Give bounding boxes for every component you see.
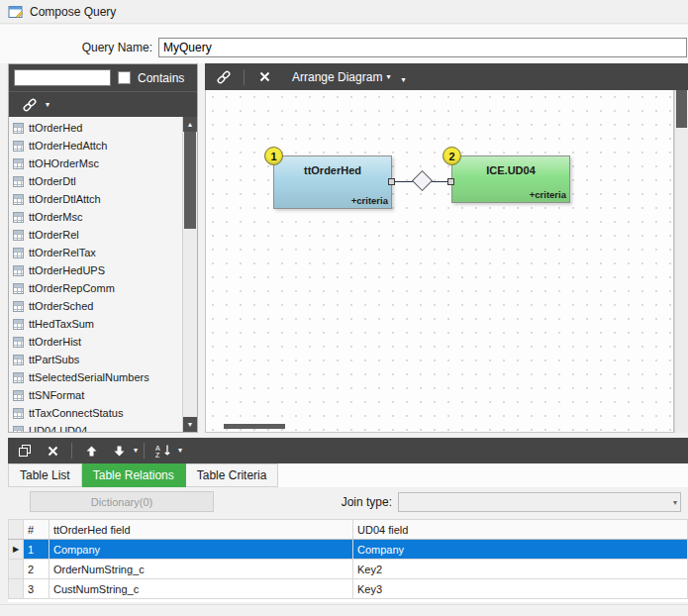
arrow-down-icon <box>113 445 126 458</box>
toolbar-separator <box>244 69 245 85</box>
delete-button[interactable] <box>251 66 277 88</box>
row-number-cell: 3 <box>24 579 49 599</box>
table-list-item[interactable]: ttOrderHed <box>9 119 182 137</box>
arrange-diagram-dropdown[interactable]: Arrange Diagram ▾ <box>292 70 390 84</box>
table-list-item[interactable]: ttOHOrderMsc <box>9 154 182 172</box>
table-name: ttOrderRelTax <box>29 247 96 258</box>
sort-menu-chevron[interactable]: ▾ <box>178 447 182 455</box>
column-header-num[interactable]: # <box>24 520 49 540</box>
chevron-down-icon[interactable]: ▾ <box>46 101 49 109</box>
table-name: ttTaxConnectStatus <box>29 407 123 419</box>
criteria-link[interactable]: +criteria <box>530 189 566 200</box>
query-name-input[interactable] <box>158 38 687 57</box>
table-list-item[interactable]: ttOrderDtlAttch <box>9 190 182 208</box>
toolbar-separator <box>71 443 72 459</box>
relation-row[interactable]: 2OrderNumString_cKey2 <box>9 560 688 579</box>
scroll-up-button[interactable]: ▲ <box>183 117 197 132</box>
diagram-canvas[interactable]: 1 ttOrderHed +criteria 2 ICE.UD04 +crite… <box>205 90 674 433</box>
tab-table-criteria[interactable]: Table Criteria <box>186 463 279 487</box>
table-list-item[interactable]: ttSNFormat <box>9 386 182 404</box>
link-icon <box>216 69 232 85</box>
tab-table-list[interactable]: Table List <box>8 463 82 487</box>
move-up-button[interactable] <box>78 440 104 462</box>
row-selector-cell[interactable] <box>9 560 24 579</box>
table-list-item[interactable]: ttOrderRelTax <box>9 244 182 261</box>
table-grid-icon <box>13 426 24 433</box>
delete-row-button[interactable] <box>40 440 65 462</box>
chevron-down-icon: ▾ <box>386 73 390 81</box>
table-list-item[interactable]: ttSelectedSerialNumbers <box>9 368 182 386</box>
criteria-link[interactable]: +criteria <box>351 195 388 206</box>
table-grid-icon <box>13 123 24 134</box>
table-grid-icon <box>13 212 24 223</box>
link-tables-button[interactable] <box>211 66 237 88</box>
connector-anchor[interactable] <box>388 178 395 185</box>
table-grid-icon <box>13 141 24 152</box>
column-header-ttorderhed-field[interactable]: ttOrderHed field <box>49 520 353 540</box>
table-list-item[interactable]: ttHedTaxSum <box>9 315 182 333</box>
table-list-item[interactable]: ttPartSubs <box>9 351 182 368</box>
table-list-item[interactable]: ttOrderHedAttch <box>9 137 182 154</box>
connector-anchor[interactable] <box>447 178 454 185</box>
ud04-field-cell[interactable]: Company <box>353 540 688 560</box>
ttorderhed-field-cell[interactable]: OrderNumString_c <box>49 560 353 579</box>
join-diamond-icon[interactable] <box>412 170 433 191</box>
column-header-ud04-field[interactable]: UD04 field <box>353 520 688 540</box>
table-name: UD04.UD04 <box>29 425 87 432</box>
bottom-tabbar: Table List Table Relations Table Criteri… <box>8 463 688 487</box>
link-icon <box>22 97 38 113</box>
ttorderhed-field-cell[interactable]: Company <box>49 540 353 560</box>
canvas-hscrollbar-thumb[interactable] <box>224 424 285 429</box>
table-search-input[interactable] <box>14 69 111 86</box>
move-menu-chevron[interactable]: ▾ <box>134 447 138 455</box>
join-type-select[interactable]: ▾ <box>398 492 681 512</box>
sort-button[interactable]: A Z <box>150 440 176 462</box>
table-name: ttSelectedSerialNumbers <box>29 371 149 383</box>
scrollbar-thumb[interactable] <box>676 90 687 128</box>
row-selector-cell[interactable]: ▶ <box>9 540 24 560</box>
link-tables-button[interactable] <box>17 94 43 116</box>
window-title: Compose Query <box>30 5 116 19</box>
diagram-node-ttorderhed[interactable]: 1 ttOrderHed +criteria <box>273 155 392 209</box>
table-list-item[interactable]: ttOrderDtl <box>9 172 182 190</box>
scroll-down-button[interactable]: ▼ <box>183 417 197 432</box>
table-list-item[interactable]: ttOrderSched <box>9 297 182 315</box>
table-list-item[interactable]: ttOrderRepComm <box>9 279 182 297</box>
table-list-item[interactable]: ttOrderHedUPS <box>9 261 182 279</box>
table-list-scrollbar[interactable]: ▲ ▼ <box>182 117 197 432</box>
table-list-item[interactable]: ttOrderRel <box>9 226 182 244</box>
table-grid-icon <box>13 176 24 187</box>
node-title: ICE.UD04 <box>452 164 569 176</box>
dictionary-button[interactable]: Dictionary(0) <box>30 491 214 512</box>
relation-row[interactable]: ▶1CompanyCompany <box>9 540 688 560</box>
delete-x-icon <box>259 71 270 82</box>
table-list-item[interactable]: ttTaxConnectStatus <box>9 404 182 422</box>
table-list-item[interactable]: ttOrderHist <box>9 333 182 351</box>
table-name: ttOrderRepComm <box>29 282 115 294</box>
ud04-field-cell[interactable]: Key2 <box>353 560 688 579</box>
scrollbar-track[interactable] <box>183 132 197 417</box>
table-list-item[interactable]: UD04.UD04 <box>9 422 182 432</box>
diagram-node-ice-ud04[interactable]: 2 ICE.UD04 +criteria <box>451 155 570 203</box>
relation-row[interactable]: 3CustNumString_cKey3 <box>9 579 688 599</box>
table-list-container: ttOrderHedttOrderHedAttchttOHOrderMscttO… <box>9 117 197 432</box>
compose-query-icon <box>8 4 24 20</box>
toolbar-options-chevron[interactable]: ▾ <box>401 76 405 84</box>
tab-table-relations[interactable]: Table Relations <box>82 463 186 487</box>
relations-grid-container: # ttOrderHed field UD04 field ▶1CompanyC… <box>8 519 688 602</box>
sort-az-icon: A Z <box>155 444 172 458</box>
scrollbar-thumb[interactable] <box>184 132 196 229</box>
ttorderhed-field-cell[interactable]: CustNumString_c <box>49 579 353 599</box>
table-grid-icon <box>13 390 24 401</box>
contains-checkbox[interactable] <box>118 71 131 84</box>
chevron-down-icon: ▾ <box>673 498 677 507</box>
table-name: ttHedTaxSum <box>29 318 94 330</box>
copy-button[interactable] <box>12 440 38 462</box>
move-down-button[interactable] <box>106 440 132 462</box>
copy-icon <box>18 444 32 458</box>
row-selector-cell[interactable] <box>9 579 24 599</box>
table-list-item[interactable]: ttOrderMsc <box>9 208 182 226</box>
ud04-field-cell[interactable]: Key3 <box>353 579 688 599</box>
canvas-scrollbar[interactable] <box>674 90 688 433</box>
row-number-cell: 1 <box>24 540 49 560</box>
